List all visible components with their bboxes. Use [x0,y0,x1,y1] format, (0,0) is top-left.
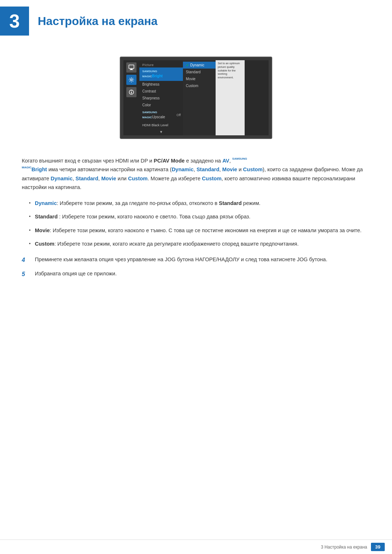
chapter-number-box: 3 [0,7,29,36]
step-text-5: Избраната опция ще се приложи. [35,270,117,278]
osd-submenu-dynamic[interactable]: ✓ Dynamic [183,62,216,69]
svg-rect-0 [129,65,134,69]
monitor-frame: Picture SAMSUNGMAGICBright Brightness Co… [120,57,272,139]
step-4: 4 Преминете към желаната опция чрез упра… [22,255,370,265]
bullet-item-dynamic: Dynamic: Изберете този режим, за да глед… [29,199,370,208]
svg-point-3 [131,79,132,81]
osd-submenu: ✓ Dynamic Standard Movie Custom [183,60,216,135]
osd-submenu-custom[interactable]: Custom [183,82,216,89]
osd-item-color[interactable]: Color [139,102,183,108]
osd-scroll-arrow: ▼ [139,128,183,134]
osd-submenu-movie[interactable]: Movie [183,75,216,82]
footer-page-number: 39 [371,543,385,551]
osd-menu-header: Picture [139,62,183,67]
bullet-item-custom: Custom: Изберете този режим, когато иска… [29,240,370,248]
osd-item-contrast[interactable]: Contrast [139,88,183,95]
osd-item-sharpness[interactable]: Sharpness [139,95,183,102]
osd-icon-settings [126,75,136,85]
osd-item-hdmi-black[interactable]: HDMI Black Level [139,122,183,128]
osd-item-magicupscale[interactable]: SAMSUNGMAGICUpscale Off [139,108,183,122]
chapter-number: 3 [9,12,20,30]
step-text-4: Преминете към желаната опция чрез управл… [35,255,327,264]
bullet-item-movie: Movie: Изберете този режим, когато наоко… [29,226,370,235]
monitor-ui-container: Picture SAMSUNGMAGICBright Brightness Co… [22,49,370,146]
osd-icon-monitor [126,62,136,73]
step-number-4: 4 [22,255,32,265]
step-5: 5 Избраната опция ще се приложи. [22,270,370,279]
osd-main-menu: Picture SAMSUNGMAGICBright Brightness Co… [139,60,183,135]
osd-item-brightness[interactable]: Brightness [139,81,183,88]
svg-rect-1 [130,69,132,70]
osd-item-magicbright[interactable]: SAMSUNGMAGICBright [139,67,183,81]
bullet-item-standard: Standard : Изберете този режим, когато н… [29,213,370,221]
chapter-title: Настройка на екрана [38,15,158,28]
osd-icon-info [126,87,136,97]
osd-icons-column [123,60,139,135]
svg-rect-2 [130,70,133,70]
monitor-screen: Picture SAMSUNGMAGICBright Brightness Co… [123,60,269,135]
step-number-5: 5 [22,270,32,279]
osd-submenu-standard[interactable]: Standard [183,69,216,75]
bullet-list: Dynamic: Изберете този режим, за да глед… [29,199,370,248]
numbered-steps: 4 Преминете към желаната опция чрез упра… [22,255,370,279]
page-header: 3 Настройка на екрана [0,0,392,42]
page-footer: 3 Настройка на екрана 39 [0,539,392,554]
osd-tooltip: Set to an optimum picture quality suitab… [216,60,245,135]
osd-container: Picture SAMSUNGMAGICBright Brightness Co… [123,60,269,135]
footer-chapter-text: 3 Настройка на екрана [321,545,367,550]
main-content: Picture SAMSUNGMAGICBright Brightness Co… [0,49,392,306]
svg-rect-5 [131,92,132,94]
body-paragraph-1: Когато външният вход е свързан чрез HDMI… [22,156,370,192]
svg-point-6 [131,91,132,91]
